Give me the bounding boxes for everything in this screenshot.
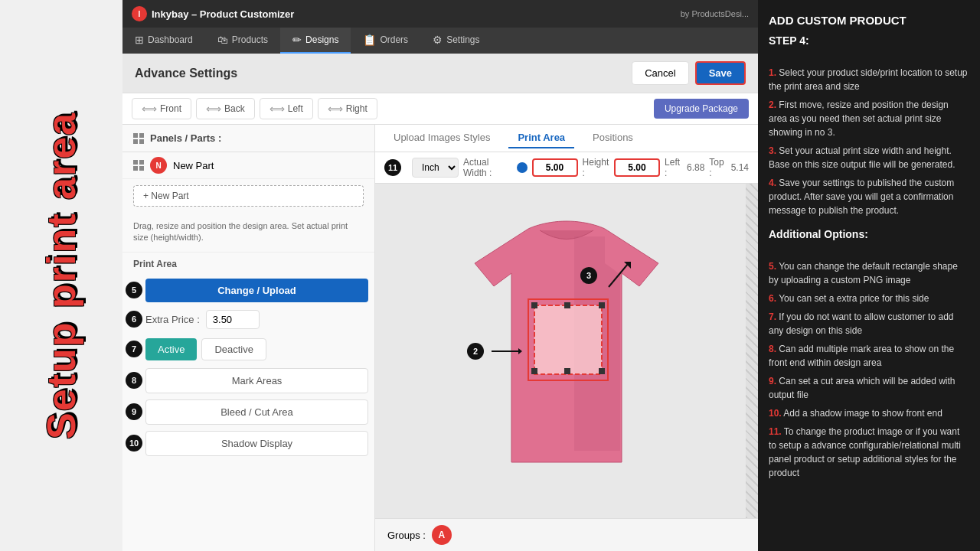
part-avatar: N xyxy=(150,157,167,174)
tab-positions[interactable]: Positions xyxy=(583,128,642,148)
content-row: Panels / Parts : N New Part + New Part D… xyxy=(122,125,758,551)
side-tab-front-label: Front xyxy=(160,103,181,114)
nav-tab-dashboard[interactable]: ⊞ Dashboard xyxy=(122,28,205,54)
nav-tabs: ⊞ Dashboard 🛍 Products ✏ Designs 📋 Order… xyxy=(122,28,758,54)
tshirt-svg xyxy=(421,214,712,489)
products-icon: 🛍 xyxy=(217,34,228,46)
left-panel: Panels / Parts : N New Part + New Part D… xyxy=(122,125,375,551)
logo-icon: I xyxy=(132,6,147,21)
shadow-display-button[interactable]: Shadow Display xyxy=(145,431,368,456)
side-tabs: ⟺ Front ⟺ Back ⟺ Left ⟺ Right Upgrade Pa… xyxy=(122,93,758,125)
add-step-9: 9. Can set a cut area which will be adde… xyxy=(769,374,969,402)
deactive-button[interactable]: Deactive xyxy=(201,338,266,360)
front-icon: ⟺ xyxy=(142,103,157,115)
right-icon: ⟺ xyxy=(328,103,343,115)
active-toggle-row: 7 Active Deactive xyxy=(122,335,374,364)
top-bar: I Inkybay – Product Customizer by Produc… xyxy=(122,0,758,28)
header-buttons: Cancel Save xyxy=(632,61,746,85)
add-step-8: 8. Can add multiple mark area to show on… xyxy=(769,342,969,370)
svg-rect-8 xyxy=(531,368,537,374)
step-3: 3. Set your actual print size width and … xyxy=(769,144,969,171)
nav-tab-designs-label: Designs xyxy=(305,34,338,45)
save-button[interactable]: Save xyxy=(695,61,746,85)
additional-heading: Additional Options: xyxy=(769,227,969,243)
mark-areas-button[interactable]: Mark Areas xyxy=(145,368,368,393)
orders-icon: 📋 xyxy=(363,34,376,46)
by-text: by ProductsDesi... xyxy=(681,9,749,18)
nav-tab-settings-label: Settings xyxy=(446,34,479,45)
canvas-viewport: 2 3 xyxy=(375,184,758,518)
settings-header: Advance Settings Cancel Save xyxy=(122,54,758,93)
nav-tab-designs[interactable]: ✏ Designs xyxy=(280,28,351,54)
actual-width-label: Actual Width : xyxy=(463,157,512,178)
designs-icon: ✏ xyxy=(292,34,302,46)
panels-parts-header: Panels / Parts : xyxy=(122,125,374,152)
annotation-5: 5 xyxy=(126,282,142,298)
side-tab-back[interactable]: ⟺ Back xyxy=(196,98,255,119)
nav-tab-settings[interactable]: ⚙ Settings xyxy=(420,28,492,54)
tab-print-area[interactable]: Print Area xyxy=(508,128,574,148)
extra-price-input[interactable] xyxy=(206,310,260,329)
back-icon: ⟺ xyxy=(206,103,221,115)
ruler-right xyxy=(746,184,758,518)
part-name: New Part xyxy=(173,160,214,171)
side-tab-right-label: Right xyxy=(346,103,368,114)
active-button[interactable]: Active xyxy=(145,338,197,360)
group-avatar[interactable]: A xyxy=(432,525,452,545)
annotation-10: 10 xyxy=(126,435,142,452)
tab-upload-images[interactable]: Upload Images Styles xyxy=(384,128,499,148)
unit-select[interactable]: Inch cm xyxy=(412,158,459,178)
mark-areas-row: 8 Mark Areas xyxy=(122,367,374,395)
drag-description: Drag, resize and position the design are… xyxy=(122,213,374,253)
add-step-6: 6. You can set a extra price for this si… xyxy=(769,292,969,305)
change-upload-button[interactable]: Change / Upload xyxy=(145,279,368,302)
width-input[interactable] xyxy=(532,158,578,177)
tutorial-text: Setup print area xyxy=(41,112,81,439)
cancel-button[interactable]: Cancel xyxy=(632,61,688,85)
main-content: I Inkybay – Product Customizer by Produc… xyxy=(122,0,758,551)
additional-options: Additional Options: 5. You can change th… xyxy=(769,227,969,480)
annotation-8: 8 xyxy=(126,372,142,389)
nav-tab-products[interactable]: 🛍 Products xyxy=(205,28,280,54)
groups-label: Groups : xyxy=(387,530,426,541)
size-controls: 11 Inch cm Actual Width : Height : Left … xyxy=(375,152,758,184)
annotation-11: 11 xyxy=(384,159,401,176)
bleed-cut-row: 9 Bleed / Cut Area xyxy=(122,398,374,426)
step-1: 1. Select your product side/print locati… xyxy=(769,66,969,93)
add-step-10: 10. Add a shadow image to show front end xyxy=(769,406,969,420)
svg-rect-7 xyxy=(599,302,605,308)
extra-price-label: Extra Price : xyxy=(145,314,200,325)
side-tab-left-label: Left xyxy=(288,103,303,114)
canvas-area: Upload Images Styles Print Area Position… xyxy=(375,125,758,551)
svg-rect-9 xyxy=(599,368,605,374)
settings-title: Advance Settings xyxy=(135,67,237,80)
bleed-cut-button[interactable]: Bleed / Cut Area xyxy=(145,399,368,425)
add-part-button[interactable]: + New Part xyxy=(133,185,364,207)
svg-rect-11 xyxy=(564,368,570,374)
app-title: Inkybay – Product Customizer xyxy=(152,8,294,20)
tutorial-sidebar: Setup print area xyxy=(0,0,122,551)
left-icon: ⟺ xyxy=(270,103,285,115)
side-tab-front[interactable]: ⟺ Front xyxy=(132,98,191,119)
settings-nav-icon: ⚙ xyxy=(433,34,443,46)
add-step-5: 5. You can change the default rectangle … xyxy=(769,259,969,287)
svg-rect-10 xyxy=(564,302,570,308)
right-panel-heading2: STEP 4: xyxy=(769,33,969,49)
svg-rect-6 xyxy=(531,302,537,308)
nav-tab-orders[interactable]: 📋 Orders xyxy=(351,28,420,54)
side-tab-back-label: Back xyxy=(224,103,245,114)
panels-parts-label: Panels / Parts : xyxy=(150,132,221,144)
annotation-9: 9 xyxy=(126,403,142,420)
nav-tab-orders-label: Orders xyxy=(380,34,408,45)
app-logo: I Inkybay – Product Customizer xyxy=(132,6,294,21)
change-upload-row: 5 Change / Upload xyxy=(122,277,374,304)
grid-icon xyxy=(133,133,144,144)
annotation-6: 6 xyxy=(126,311,142,328)
extra-price-row: 6 Extra Price : xyxy=(122,307,374,332)
step-2: 2. First move, resize and position the d… xyxy=(769,98,969,139)
upgrade-package-button[interactable]: Upgrade Package xyxy=(654,99,749,119)
side-tab-left[interactable]: ⟺ Left xyxy=(260,98,313,119)
height-input[interactable] xyxy=(614,158,660,177)
side-tab-right[interactable]: ⟺ Right xyxy=(318,98,377,119)
left-label: Left : xyxy=(665,157,682,178)
